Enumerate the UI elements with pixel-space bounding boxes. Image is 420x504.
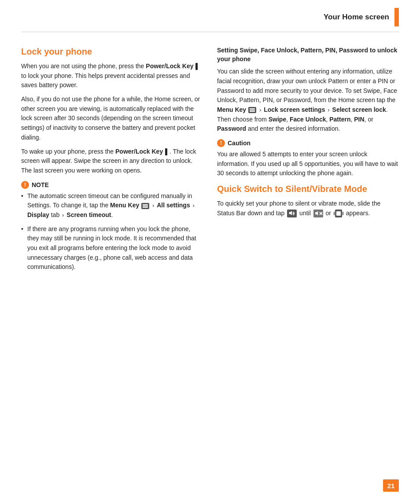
lock-para-1: When you are not using the phone, press …	[21, 62, 203, 90]
right-column: Setting Swipe, Face Unlock, Pattern, PIN…	[217, 46, 399, 277]
caution-text: You are allowed 5 attempts to enter your…	[217, 150, 399, 178]
main-content: Lock your phone When you are not using t…	[0, 32, 420, 295]
lock-para-2: Also, if you do not use the phone for a …	[21, 95, 203, 142]
unlock-para-1: You can slide the screen without enterin…	[217, 67, 399, 134]
lock-para-3: To wake up your phone, press the Power/L…	[21, 147, 203, 176]
caution-label: Caution	[228, 140, 251, 147]
vibrate-icon	[334, 210, 343, 217]
sound-on-icon	[287, 210, 297, 217]
caution-heading: ! Caution	[217, 139, 399, 147]
quick-para: To quickly set your phone to silent or v…	[217, 199, 399, 218]
header-accent-bar	[394, 8, 399, 26]
quick-switch-title: Quick Switch to Silent/Vibrate Mode	[217, 184, 399, 195]
svg-rect-2	[313, 210, 323, 217]
menu-key-icon-2	[248, 107, 256, 113]
note-box: ! NOTE The automatic screen timeout can …	[21, 181, 203, 272]
page-number: 21	[383, 479, 399, 492]
note-bullet-2: If there are any programs running when y…	[21, 224, 203, 272]
note-label: NOTE	[32, 181, 49, 188]
left-column: Lock your phone When you are not using t…	[21, 46, 203, 277]
note-bullets: The automatic screen timeout can be conf…	[21, 191, 203, 272]
svg-rect-9	[343, 212, 343, 215]
header-title: Your Home screen	[324, 13, 389, 22]
note-bullet-1: The automatic screen timeout can be conf…	[21, 191, 203, 220]
note-icon: !	[21, 181, 29, 189]
key-icon-2	[165, 148, 167, 155]
mute-icon	[313, 210, 323, 217]
power-lock-key-label-2: Power/Lock Key	[115, 148, 165, 155]
svg-rect-8	[334, 212, 335, 215]
power-lock-key-label: Power/Lock Key	[146, 63, 195, 70]
note-heading: ! NOTE	[21, 181, 203, 189]
caution-box: ! Caution You are allowed 5 attempts to …	[217, 139, 399, 178]
caution-icon: !	[217, 139, 225, 147]
menu-key-icon-1	[141, 203, 149, 209]
lock-phone-title: Lock your phone	[21, 46, 203, 57]
setting-subtitle: Setting Swipe, Face Unlock, Pattern, PIN…	[217, 46, 399, 63]
svg-rect-7	[336, 211, 341, 216]
page-header: Your Home screen	[21, 0, 399, 32]
key-icon	[195, 63, 198, 70]
